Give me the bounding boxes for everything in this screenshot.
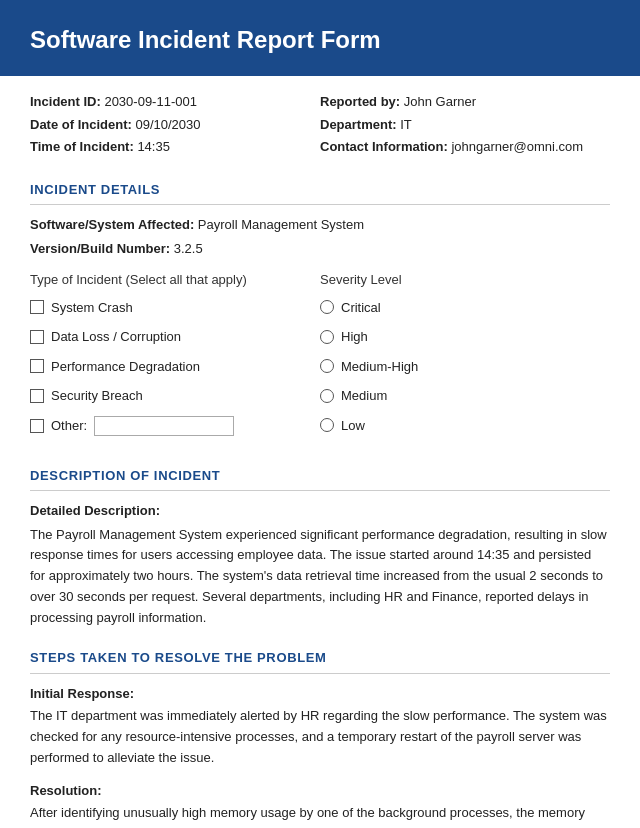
meta-section: Incident ID: 2030-09-11-001 Date of Inci…	[0, 76, 640, 170]
version-field-row: Version/Build Number: 3.2.5	[30, 239, 610, 259]
department-value: IT	[400, 117, 412, 132]
incident-id-row: Incident ID: 2030-09-11-001	[30, 92, 320, 112]
description-section-title: DESCRIPTION OF INCIDENT	[30, 466, 610, 492]
reported-by-row: Reported by: John Garner	[320, 92, 610, 112]
type-col-header: Type of Incident (Select all that apply)	[30, 270, 320, 290]
checkbox-data-loss-box[interactable]	[30, 330, 44, 344]
incident-id-value: 2030-09-11-001	[104, 94, 197, 109]
description-detail-text: The Payroll Management System experience…	[30, 525, 610, 629]
radio-medium-high: Medium-High	[320, 357, 610, 377]
contact-value: johngarner@omni.com	[451, 139, 583, 154]
checkbox-security-label: Security Breach	[51, 386, 143, 406]
checkbox-system-crash-box[interactable]	[30, 300, 44, 314]
department-label: Department:	[320, 117, 397, 132]
department-row: Department: IT	[320, 115, 610, 135]
radio-medium: Medium	[320, 386, 610, 406]
checkbox-system-crash-label: System Crash	[51, 298, 133, 318]
date-row: Date of Incident: 09/10/2030	[30, 115, 320, 135]
checkbox-performance-label: Performance Degradation	[51, 357, 200, 377]
radio-medium-label: Medium	[341, 386, 387, 406]
steps-section-title: STEPS TAKEN TO RESOLVE THE PROBLEM	[30, 648, 610, 674]
resolution-text: After identifying unusually high memory …	[30, 803, 610, 828]
time-label: Time of Incident:	[30, 139, 134, 154]
radio-high-label: High	[341, 327, 368, 347]
resolution-label: Resolution:	[30, 781, 610, 801]
radio-high-circle[interactable]	[320, 330, 334, 344]
radio-low-label: Low	[341, 416, 365, 436]
checkbox-performance: Performance Degradation	[30, 357, 320, 377]
version-label: Version/Build Number:	[30, 241, 170, 256]
checkbox-security-box[interactable]	[30, 389, 44, 403]
checkbox-other-box[interactable]	[30, 419, 44, 433]
checkbox-other-label: Other:	[51, 416, 87, 436]
type-column: Type of Incident (Select all that apply)…	[30, 270, 320, 446]
page-title: Software Incident Report Form	[30, 22, 610, 58]
checkbox-system-crash: System Crash	[30, 298, 320, 318]
checkbox-security: Security Breach	[30, 386, 320, 406]
checkbox-data-loss-label: Data Loss / Corruption	[51, 327, 181, 347]
other-input[interactable]	[94, 416, 234, 436]
description-section: DESCRIPTION OF INCIDENT Detailed Descrip…	[0, 456, 640, 639]
radio-high: High	[320, 327, 610, 347]
radio-critical-circle[interactable]	[320, 300, 334, 314]
page-header: Software Incident Report Form	[0, 0, 640, 76]
software-label: Software/System Affected:	[30, 217, 194, 232]
radio-medium-high-label: Medium-High	[341, 357, 418, 377]
time-row: Time of Incident: 14:35	[30, 137, 320, 157]
radio-low-circle[interactable]	[320, 418, 334, 432]
checkbox-other: Other:	[30, 416, 320, 436]
radio-low: Low	[320, 416, 610, 436]
severity-column: Severity Level Critical High Medium-High…	[320, 270, 610, 446]
contact-row: Contact Information: johngarner@omni.com	[320, 137, 610, 157]
initial-response-text: The IT department was immediately alerte…	[30, 706, 610, 768]
date-value: 09/10/2030	[135, 117, 200, 132]
radio-critical: Critical	[320, 298, 610, 318]
checkbox-performance-box[interactable]	[30, 359, 44, 373]
contact-label: Contact Information:	[320, 139, 448, 154]
date-label: Date of Incident:	[30, 117, 132, 132]
meta-right: Reported by: John Garner Department: IT …	[320, 92, 610, 160]
time-value: 14:35	[137, 139, 170, 154]
radio-medium-circle[interactable]	[320, 389, 334, 403]
steps-section: STEPS TAKEN TO RESOLVE THE PROBLEM Initi…	[0, 638, 640, 828]
page: Software Incident Report Form Incident I…	[0, 0, 640, 828]
meta-left: Incident ID: 2030-09-11-001 Date of Inci…	[30, 92, 320, 160]
radio-critical-label: Critical	[341, 298, 381, 318]
software-value: Payroll Management System	[198, 217, 364, 232]
resolution-block: Resolution: After identifying unusually …	[30, 781, 610, 828]
radio-medium-high-circle[interactable]	[320, 359, 334, 373]
checkbox-data-loss: Data Loss / Corruption	[30, 327, 320, 347]
description-detail-label: Detailed Description:	[30, 501, 610, 521]
version-value: 3.2.5	[174, 241, 203, 256]
reported-by-label: Reported by:	[320, 94, 400, 109]
reported-by-value: John Garner	[404, 94, 476, 109]
type-severity-grid: Type of Incident (Select all that apply)…	[30, 270, 610, 446]
incident-details-section: INCIDENT DETAILS Software/System Affecte…	[0, 170, 640, 456]
incident-details-title: INCIDENT DETAILS	[30, 180, 610, 206]
initial-response-label: Initial Response:	[30, 684, 610, 704]
initial-response-block: Initial Response: The IT department was …	[30, 684, 610, 769]
severity-col-header: Severity Level	[320, 270, 610, 290]
incident-id-label: Incident ID:	[30, 94, 101, 109]
software-field-row: Software/System Affected: Payroll Manage…	[30, 215, 610, 235]
